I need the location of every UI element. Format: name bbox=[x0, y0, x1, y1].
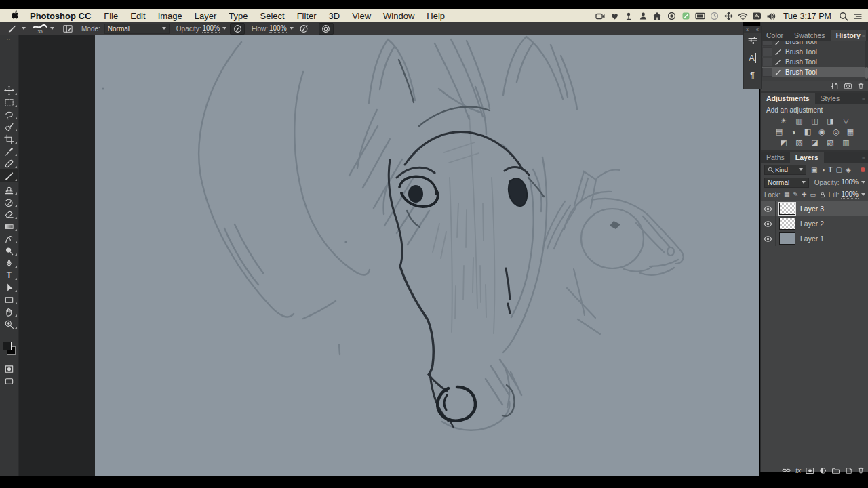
lock-position-icon[interactable]: ✚ bbox=[802, 191, 807, 198]
delete-state-icon[interactable] bbox=[857, 82, 865, 90]
rectangular-marquee-tool[interactable] bbox=[0, 96, 18, 108]
menu-help[interactable]: Help bbox=[420, 11, 451, 21]
layer-opacity-chevron-icon[interactable] bbox=[861, 181, 865, 184]
lock-artboard-icon[interactable]: ▭ bbox=[810, 191, 816, 198]
foreground-background-colors[interactable] bbox=[3, 341, 16, 356]
lock-transparent-pixels-icon[interactable]: ▦ bbox=[784, 191, 790, 198]
tab-layers[interactable]: Layers bbox=[790, 152, 824, 163]
brush-preset-chevron-icon[interactable] bbox=[50, 27, 54, 30]
history-scrollbar[interactable] bbox=[865, 41, 868, 81]
layer-name[interactable]: Layer 3 bbox=[800, 205, 824, 213]
input-source-icon[interactable] bbox=[752, 11, 762, 21]
new-snapshot-icon[interactable] bbox=[844, 82, 852, 89]
crop-tool[interactable] bbox=[0, 133, 18, 145]
layer-thumbnail[interactable] bbox=[779, 232, 795, 245]
tab-paths[interactable]: Paths bbox=[761, 152, 790, 163]
dock-close-icon[interactable]: × bbox=[746, 27, 749, 32]
type-tool[interactable]: T bbox=[0, 269, 18, 281]
fill-chevron-icon[interactable] bbox=[861, 193, 865, 196]
quick-selection-tool[interactable] bbox=[0, 121, 18, 133]
user-icon[interactable] bbox=[638, 11, 648, 21]
spotlight-search-icon[interactable] bbox=[838, 11, 848, 21]
menu-edit[interactable]: Edit bbox=[124, 11, 151, 21]
history-source-checkbox[interactable] bbox=[762, 58, 772, 66]
smart-object-filter-icon[interactable]: ◈ bbox=[846, 166, 851, 174]
shape-layer-filter-icon[interactable]: ▢ bbox=[836, 166, 842, 174]
notification-center-icon[interactable] bbox=[852, 11, 863, 21]
opacity-chevron-icon[interactable] bbox=[222, 27, 226, 30]
volume-icon[interactable] bbox=[766, 11, 776, 21]
eraser-tool[interactable] bbox=[0, 208, 18, 220]
home-icon[interactable] bbox=[652, 11, 663, 21]
link-layers-icon[interactable] bbox=[782, 468, 791, 473]
gradient-map-icon[interactable]: ▥ bbox=[840, 138, 852, 147]
tool-preset-picker[interactable] bbox=[5, 24, 19, 34]
character-panel-icon[interactable]: A bbox=[744, 49, 761, 66]
rectangle-tool[interactable] bbox=[0, 293, 18, 306]
display-icon[interactable] bbox=[695, 11, 705, 21]
pixel-layer-filter-icon[interactable]: ▣ bbox=[811, 166, 817, 174]
visibility-eye-icon[interactable] bbox=[761, 216, 776, 231]
foreground-color-swatch[interactable] bbox=[3, 342, 12, 350]
tab-styles[interactable]: Styles bbox=[815, 93, 846, 104]
airbrush-button[interactable] bbox=[297, 24, 311, 34]
zoom-tool[interactable] bbox=[0, 318, 18, 330]
hue-saturation-icon[interactable]: ▤ bbox=[774, 127, 785, 136]
pressure-size-button[interactable] bbox=[319, 23, 334, 35]
layer-name[interactable]: Layer 2 bbox=[800, 220, 824, 228]
menu-3d[interactable]: 3D bbox=[323, 11, 347, 21]
eyedropper-tool[interactable] bbox=[0, 145, 18, 157]
paragraph-panel-icon[interactable]: ¶ bbox=[744, 66, 761, 83]
mode-dropdown[interactable]: Normal bbox=[104, 24, 170, 34]
history-source-checkbox[interactable] bbox=[762, 47, 772, 56]
layer-style-icon[interactable]: fx bbox=[795, 467, 801, 474]
history-state[interactable]: Brush Tool bbox=[761, 57, 868, 67]
visibility-eye-icon[interactable] bbox=[761, 231, 776, 246]
app-menu[interactable]: Photoshop CC bbox=[26, 11, 98, 21]
black-white-icon[interactable]: ◧ bbox=[802, 127, 814, 136]
flow-value[interactable]: 100% bbox=[269, 24, 287, 33]
layer-thumbnail[interactable] bbox=[779, 218, 795, 230]
move-tool[interactable] bbox=[0, 84, 18, 96]
add-layer-mask-icon[interactable] bbox=[806, 467, 814, 474]
history-state-selected[interactable]: Brush Tool bbox=[761, 67, 868, 77]
opacity-value[interactable]: 100% bbox=[202, 24, 220, 33]
history-state[interactable]: Brush Tool bbox=[761, 47, 868, 57]
history-brush-tool[interactable] bbox=[0, 196, 18, 208]
posterize-icon[interactable]: ▨ bbox=[793, 138, 805, 147]
toggle-brush-settings-button[interactable] bbox=[61, 24, 75, 34]
tab-adjustments[interactable]: Adjustments bbox=[761, 93, 815, 104]
history-source-checkbox[interactable] bbox=[762, 68, 772, 77]
layer-filter-toggle[interactable] bbox=[861, 167, 865, 172]
gradient-tool[interactable] bbox=[0, 220, 18, 232]
menu-image[interactable]: Image bbox=[152, 11, 189, 21]
menu-clock[interactable]: Tue 3:17 PM bbox=[781, 12, 834, 21]
color-balance-icon[interactable]: ◑ bbox=[788, 127, 800, 136]
visibility-eye-icon[interactable] bbox=[761, 201, 776, 216]
layer-filter-kind-dropdown[interactable]: Kind bbox=[764, 165, 806, 175]
smudge-tool[interactable] bbox=[0, 232, 18, 245]
health-icon[interactable] bbox=[610, 11, 620, 21]
layer-row-layer3[interactable]: Layer 3 bbox=[761, 201, 868, 216]
layers-panel-menu-icon[interactable]: ≡ bbox=[862, 155, 866, 161]
dock-collapse-icon[interactable]: « bbox=[756, 27, 759, 32]
menu-filter[interactable]: Filter bbox=[291, 11, 323, 21]
layer-row-layer2[interactable]: Layer 2 bbox=[761, 216, 868, 231]
toolbar-grip[interactable]: ∙∙ bbox=[0, 37, 18, 41]
selective-color-icon[interactable]: ▧ bbox=[825, 138, 836, 147]
brush-settings-panel-icon[interactable] bbox=[744, 33, 761, 49]
layer-name[interactable]: Layer 1 bbox=[800, 235, 824, 243]
document-canvas[interactable] bbox=[95, 35, 759, 476]
screen-record-icon[interactable] bbox=[595, 11, 606, 21]
exposure-icon[interactable]: ◨ bbox=[825, 117, 836, 125]
adjustment-layer-filter-icon[interactable]: ◑ bbox=[821, 166, 825, 174]
brush-preset-picker[interactable]: 35 bbox=[33, 24, 47, 33]
new-adjustment-layer-icon[interactable] bbox=[819, 467, 827, 474]
pen-tool[interactable] bbox=[0, 257, 18, 269]
type-layer-filter-icon[interactable]: T bbox=[829, 166, 833, 174]
levels-icon[interactable]: ▥ bbox=[793, 117, 805, 125]
tab-swatches[interactable]: Swatches bbox=[789, 30, 831, 41]
path-selection-tool[interactable] bbox=[0, 281, 18, 293]
adjustments-panel-menu-icon[interactable]: ≡ bbox=[862, 96, 866, 102]
menu-view[interactable]: View bbox=[346, 11, 377, 21]
